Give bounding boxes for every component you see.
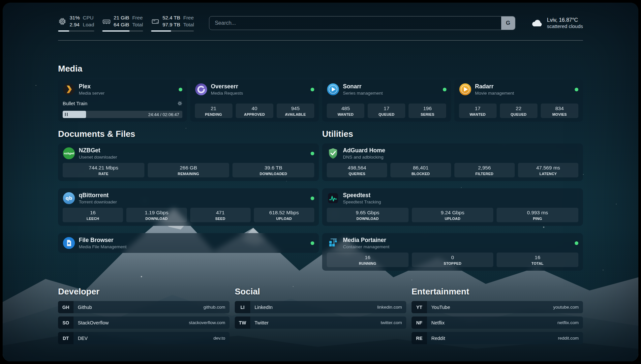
adguard-card[interactable]: AdGuard Home DNS and adblocking 498,564 …: [322, 143, 583, 181]
cpu-usage-bar: [58, 30, 94, 32]
qbittorrent-stat-upload: 618.52 Mbps UPLOAD: [254, 208, 314, 222]
plex-icon: [63, 83, 75, 96]
overseerr-stat-pending: 21 PENDING: [195, 104, 232, 118]
cpu-widget: 31% 2.94 CPU Load: [58, 15, 94, 31]
cpu-load-value: 2.94: [70, 21, 80, 28]
bookmark-url: twitter.com: [381, 320, 402, 325]
filebrowser-card[interactable]: File Browser Media File Management: [58, 233, 319, 253]
sonarr-card[interactable]: Sonarr Series management 485 WANTED 17 Q…: [322, 79, 451, 122]
filebrowser-subtitle: Media File Management: [79, 244, 127, 249]
qbittorrent-status-dot: [311, 197, 314, 200]
entertainment-heading: Entertainment: [412, 287, 583, 296]
adguard-icon: [327, 147, 339, 160]
overseerr-stat-approved: 40 APPROVED: [236, 104, 273, 118]
memory-free-value: 21 GiB: [114, 15, 129, 21]
memory-usage-bar: [102, 30, 143, 32]
bookmark-url: linkedin.com: [377, 305, 402, 310]
bookmark-abbr: RE: [412, 332, 427, 344]
top-bar: 31% 2.94 CPU Load: [58, 14, 583, 32]
qbittorrent-card[interactable]: qb qBittorrent Torrent downloader: [58, 188, 319, 226]
speedtest-card[interactable]: Speedtest Speedtest Tracking 9.65 Gbps D…: [322, 188, 583, 226]
portainer-stat-running: 16 RUNNING: [327, 253, 409, 267]
documents-column: Documents & Files nzbget: [58, 129, 319, 253]
bookmark-youtube[interactable]: YT YouTube youtube.com: [412, 301, 583, 313]
adguard-stat-filtered: 2,956 FILTERED: [454, 163, 515, 177]
social-bookmarks: Social LI LinkedIn linkedin.com TW Twitt…: [235, 287, 406, 329]
disk-widget: 52.4 TB 97.9 TB Free Total: [151, 15, 194, 31]
memory-total-value: 64 GiB: [114, 21, 129, 28]
bookmark-netflix[interactable]: NF Netflix netflix.com: [412, 317, 583, 329]
speedtest-stat-ping: 0.993 ms PING: [497, 208, 578, 222]
bookmark-abbr: SO: [58, 317, 74, 329]
nzbget-stat-rate: 744.21 Mbps RATE: [63, 163, 144, 177]
disk-free-value: 52.4 TB: [163, 15, 180, 21]
radarr-icon: [459, 83, 472, 96]
portainer-subtitle: Container management: [343, 244, 389, 249]
bookmark-stackoverflow[interactable]: SO StackOverflow stackoverflow.com: [58, 317, 229, 329]
portainer-card[interactable]: Media Portainer Container management 16 …: [322, 233, 583, 271]
header-divider: [58, 40, 583, 41]
overseerr-icon: [195, 83, 207, 96]
settings-gear-icon[interactable]: [177, 101, 182, 106]
bookmark-url: netflix.com: [557, 320, 579, 325]
svg-text:qb: qb: [66, 196, 72, 201]
radarr-stat-movies: 834 MOVIES: [541, 104, 578, 118]
plex-status-dot: [179, 88, 182, 91]
filebrowser-title: File Browser: [79, 237, 127, 244]
search-input[interactable]: [209, 16, 515, 30]
bookmark-abbr: GH: [58, 301, 74, 313]
overseerr-status-dot: [311, 88, 314, 91]
playback-progress-bar: 24:44 / 02:06:47: [63, 111, 182, 118]
bookmark-name: YouTube: [431, 305, 450, 310]
developer-heading: Developer: [58, 287, 229, 296]
search-bar: G: [209, 16, 515, 30]
qbittorrent-subtitle: Torrent downloader: [79, 199, 117, 204]
memory-widget: 21 GiB 64 GiB Free Total: [102, 15, 143, 31]
bookmark-twitter[interactable]: TW Twitter twitter.com: [235, 317, 406, 329]
speedtest-title: Speedtest: [343, 192, 381, 199]
adguard-title: AdGuard Home: [343, 147, 385, 154]
radarr-card[interactable]: Radarr Movie management 17 WANTED 22 QUE…: [454, 79, 583, 122]
nzbget-status-dot: [311, 152, 314, 155]
developer-bookmarks: Developer GH Github github.com SO StackO…: [58, 287, 229, 344]
qbittorrent-icon: qb: [63, 192, 75, 204]
disk-total-label: Total: [183, 21, 194, 28]
bookmark-linkedin[interactable]: LI LinkedIn linkedin.com: [235, 301, 406, 313]
search-provider-button[interactable]: G: [501, 16, 515, 30]
memory-total-label: Total: [132, 21, 143, 28]
overseerr-stat-available: 945 AVAILABLE: [277, 104, 314, 118]
portainer-stat-stopped: 0 STOPPED: [412, 253, 494, 267]
sonarr-stat-wanted: 485 WANTED: [327, 104, 364, 118]
disk-free-label: Free: [183, 15, 194, 21]
weather-widget: Lviv, 16.87°C scattered clouds: [530, 16, 583, 30]
nzbget-title: NZBGet: [79, 147, 117, 154]
disk-usage-bar: [151, 30, 194, 32]
speedtest-subtitle: Speedtest Tracking: [343, 199, 381, 204]
nzbget-card[interactable]: nzbget NZBGet Usenet downloader 74: [58, 143, 319, 181]
qbittorrent-stat-leech: 16 LEECH: [63, 208, 123, 222]
cpu-label: CPU: [83, 15, 94, 21]
disk-icon: [151, 17, 160, 26]
weather-location: Lviv, 16.87°C: [547, 17, 583, 23]
sonarr-stat-queued: 17 QUEUED: [368, 104, 405, 118]
cpu-usage-value: 31%: [70, 15, 80, 21]
speedtest-icon: [327, 192, 339, 204]
radarr-stat-queued: 22 QUEUED: [500, 104, 537, 118]
bookmark-reddit[interactable]: RE Reddit reddit.com: [412, 332, 583, 344]
plex-card[interactable]: Plex Media server Bullet Train: [58, 79, 187, 122]
portainer-status-dot: [575, 241, 578, 245]
qbittorrent-stat-seed: 471 SEED: [190, 208, 251, 222]
sonarr-icon: [327, 83, 339, 96]
overseerr-card[interactable]: Overseerr Media Requests 21 PENDING 40 A…: [190, 79, 319, 122]
bookmark-name: Netflix: [431, 320, 444, 325]
portainer-title: Media Portainer: [343, 237, 389, 244]
bookmark-abbr: NF: [412, 317, 427, 329]
bookmark-dev[interactable]: DT DEV dev.to: [58, 332, 229, 344]
nzbget-icon: nzbget: [63, 147, 75, 160]
nzbget-subtitle: Usenet downloader: [79, 155, 117, 160]
bookmark-github[interactable]: GH Github github.com: [58, 301, 229, 313]
bookmark-name: StackOverflow: [78, 320, 108, 325]
overseerr-title: Overseerr: [211, 83, 243, 90]
disk-total-value: 97.9 TB: [163, 21, 180, 28]
portainer-icon: [327, 237, 339, 249]
